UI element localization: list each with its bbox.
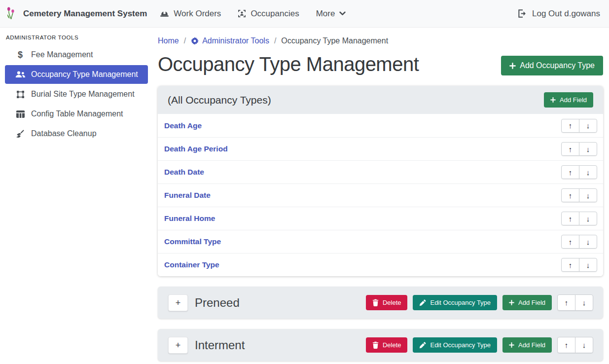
- move-updown-group: ↑↓: [561, 165, 597, 179]
- sidebar-item-config-table-management[interactable]: Config Table Management: [5, 105, 148, 123]
- plus-icon: [509, 63, 516, 69]
- sidebar-heading: ADMINISTRATOR TOOLS: [5, 33, 148, 45]
- gear-icon: [191, 37, 199, 45]
- field-link-funeral-date[interactable]: Funeral Date: [164, 191, 211, 200]
- edit-occupancy-type-button[interactable]: Edit Occupancy Type: [413, 337, 497, 353]
- move-up-button[interactable]: ↑: [561, 212, 579, 225]
- sidebar-item-label: Database Cleanup: [31, 129, 97, 138]
- breadcrumb-admin-tools-label: Administrator Tools: [202, 36, 269, 45]
- users-icon: [14, 71, 27, 78]
- edit-occupancy-type-button[interactable]: Edit Occupancy Type: [413, 295, 497, 310]
- navbar-brand[interactable]: Cemetery Management System: [6, 6, 147, 21]
- move-updown-group: ↑↓: [561, 235, 597, 249]
- add-field-button-label: Add Field: [518, 299, 545, 306]
- field-link-container-type[interactable]: Container Type: [164, 260, 219, 269]
- nav-item-more[interactable]: More: [316, 9, 346, 19]
- field-row-death-date: Death Date↑↓: [158, 160, 603, 183]
- nav-item-label: Occupancies: [251, 9, 299, 19]
- sidebar-item-occupancy-type-management[interactable]: Occupancy Type Management: [5, 65, 148, 84]
- move-down-button[interactable]: ↓: [579, 258, 597, 272]
- breadcrumb-admin-tools-link[interactable]: Administrator Tools: [191, 36, 269, 45]
- sections-container: +PreneedDeleteEdit Occupancy TypeAdd Fie…: [158, 287, 603, 361]
- add-field-button[interactable]: Add Field: [502, 337, 552, 353]
- main-content: Home / Administrator Tools / Occupancy T…: [153, 28, 609, 364]
- move-up-button[interactable]: ↑: [561, 142, 579, 156]
- move-up-button[interactable]: ↑: [561, 188, 579, 202]
- move-updown-group: ↑↓: [561, 142, 597, 156]
- move-up-button[interactable]: ↑: [561, 119, 579, 133]
- field-link-funeral-home[interactable]: Funeral Home: [164, 214, 215, 223]
- nav-item-occupancies[interactable]: Occupancies: [238, 9, 299, 19]
- pencil-icon: [419, 299, 426, 306]
- card-title: (All Occupancy Types): [168, 94, 271, 106]
- trash-icon: [372, 299, 379, 306]
- edit-occupancy-type-button-label: Edit Occupancy Type: [430, 299, 491, 306]
- breadcrumb-current: Occupancy Type Management: [281, 36, 388, 45]
- section-actions: DeleteEdit Occupancy TypeAdd Field↑↓: [366, 294, 593, 311]
- top-navbar: Cemetery Management System Work OrdersOc…: [0, 0, 609, 28]
- move-updown-group: ↑↓: [561, 119, 597, 133]
- add-occupancy-type-button[interactable]: Add Occupancy Type: [501, 56, 603, 75]
- field-row-death-age: Death Age↑↓: [158, 114, 603, 137]
- trash-icon: [372, 341, 379, 349]
- move-up-button[interactable]: ↑: [561, 165, 579, 179]
- move-updown-group: ↑↓: [561, 212, 597, 225]
- move-up-button[interactable]: ↑: [557, 337, 575, 353]
- move-down-button[interactable]: ↓: [575, 294, 593, 311]
- move-updown-group: ↑↓: [561, 258, 597, 272]
- move-up-button[interactable]: ↑: [561, 258, 579, 272]
- delete-button-label: Delete: [383, 341, 401, 349]
- section-actions: DeleteEdit Occupancy TypeAdd Field↑↓: [366, 337, 593, 353]
- expand-section-button[interactable]: +: [168, 294, 188, 311]
- plus-icon: [509, 342, 514, 348]
- field-link-death-age-period[interactable]: Death Age Period: [164, 145, 228, 153]
- move-up-button[interactable]: ↑: [557, 294, 575, 311]
- field-row-funeral-date: Funeral Date↑↓: [158, 183, 603, 207]
- move-down-button[interactable]: ↓: [579, 119, 597, 133]
- breadcrumb-home-link[interactable]: Home: [158, 36, 179, 45]
- logout-button[interactable]: Log Out d.gowans: [518, 9, 600, 19]
- move-down-button[interactable]: ↓: [579, 165, 597, 179]
- caret-down-icon: [339, 11, 346, 16]
- sidebar-items: $Fee ManagementOccupancy Type Management…: [5, 45, 148, 143]
- move-updown-group: ↑↓: [561, 188, 597, 202]
- page-title: Occupancy Type Management: [158, 52, 419, 76]
- move-up-button[interactable]: ↑: [561, 235, 579, 249]
- breadcrumb-home-label: Home: [158, 36, 179, 45]
- sidebar-item-fee-management[interactable]: $Fee Management: [5, 45, 148, 64]
- field-row-death-age-period: Death Age Period↑↓: [158, 137, 603, 160]
- expand-section-button[interactable]: +: [168, 337, 188, 354]
- sidebar-item-database-cleanup[interactable]: Database Cleanup: [5, 124, 148, 143]
- nav-item-work-orders[interactable]: Work Orders: [160, 9, 221, 19]
- plus-icon: [550, 97, 556, 103]
- delete-button[interactable]: Delete: [366, 295, 408, 310]
- move-down-button[interactable]: ↓: [579, 188, 597, 202]
- breadcrumb-separator: /: [184, 36, 186, 45]
- sign-out-icon: [518, 9, 527, 18]
- sidebar-item-burial-site-type-management[interactable]: Burial Site Type Management: [5, 85, 148, 104]
- add-field-button[interactable]: Add Field: [544, 92, 593, 108]
- field-row-funeral-home: Funeral Home↑↓: [158, 207, 603, 230]
- field-link-death-age[interactable]: Death Age: [164, 121, 202, 130]
- sidebar-item-label: Config Table Management: [31, 109, 123, 118]
- move-updown-group: ↑↓: [557, 294, 593, 311]
- field-link-committal-type[interactable]: Committal Type: [164, 237, 221, 246]
- move-down-button[interactable]: ↓: [579, 212, 597, 225]
- move-down-button[interactable]: ↓: [575, 337, 593, 353]
- sidebar-item-label: Occupancy Type Management: [31, 70, 138, 79]
- move-down-button[interactable]: ↓: [579, 235, 597, 249]
- move-down-button[interactable]: ↓: [579, 142, 597, 156]
- add-field-button[interactable]: Add Field: [502, 295, 552, 310]
- person-frame-icon: [238, 9, 246, 18]
- frame-icon: [14, 90, 27, 99]
- delete-button[interactable]: Delete: [366, 337, 408, 353]
- sidebar-item-label: Burial Site Type Management: [31, 90, 135, 99]
- breadcrumb-separator: /: [274, 36, 276, 45]
- section-preneed: +PreneedDeleteEdit Occupancy TypeAdd Fie…: [158, 287, 603, 319]
- card-header: (All Occupancy Types) Add Field: [158, 86, 603, 114]
- field-link-death-date[interactable]: Death Date: [164, 168, 204, 177]
- section-interment: +IntermentDeleteEdit Occupancy TypeAdd F…: [158, 329, 603, 361]
- broom-icon: [14, 130, 27, 138]
- plus-icon: [509, 300, 514, 305]
- table-icon: [14, 110, 27, 118]
